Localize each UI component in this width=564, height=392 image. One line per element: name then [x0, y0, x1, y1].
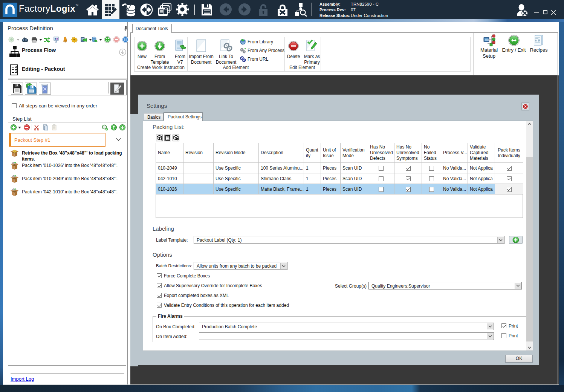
- svg-text:MO: MO: [485, 39, 489, 41]
